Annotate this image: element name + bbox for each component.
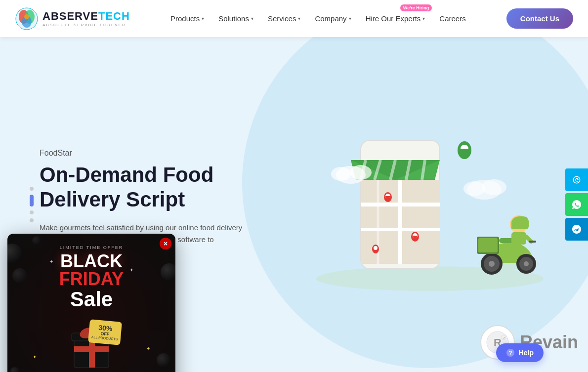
nav-label-solutions: Solutions bbox=[218, 14, 249, 23]
sparkle-icon: ✦ bbox=[146, 346, 150, 351]
popup-gift-area: 30% OFF ALL PRODUCTS bbox=[62, 316, 121, 370]
help-icon: ? bbox=[506, 348, 515, 357]
chevron-down-icon: ▾ bbox=[349, 16, 351, 21]
svg-point-4 bbox=[24, 14, 29, 19]
chevron-down-icon: ▾ bbox=[251, 16, 253, 21]
hero-subtitle: FoodStar bbox=[40, 149, 247, 158]
contact-us-button[interactable]: Contact Us bbox=[506, 8, 573, 29]
logo[interactable]: ABSERVETECH ABSOLUTE SERVICE FOREVER bbox=[15, 7, 130, 31]
telegram-button[interactable] bbox=[565, 218, 588, 241]
svg-text:↗: ↗ bbox=[502, 336, 505, 340]
skype-button[interactable] bbox=[565, 168, 588, 191]
nav-label-company: Company bbox=[315, 14, 346, 23]
svg-point-45 bbox=[350, 165, 372, 180]
food-delivery-illustration bbox=[301, 111, 558, 298]
svg-point-26 bbox=[374, 246, 378, 250]
nav-menu: Products ▾ Solutions ▾ Services ▾ Compan… bbox=[165, 10, 472, 27]
popup-limited-text: LIMITED TIME OFFER bbox=[60, 245, 123, 250]
hero-section: FoodStar On-Demand Food Delivery Script … bbox=[0, 37, 588, 372]
nav-item-products[interactable]: Products ▾ bbox=[165, 10, 210, 27]
whatsapp-button[interactable] bbox=[565, 193, 588, 216]
telegram-icon bbox=[571, 224, 582, 235]
skype-icon bbox=[571, 174, 582, 185]
svg-point-46 bbox=[331, 167, 351, 181]
social-float-buttons bbox=[565, 168, 588, 241]
nav-item-solutions[interactable]: Solutions ▾ bbox=[212, 10, 259, 27]
nav-label-services: Services bbox=[268, 14, 296, 23]
nav-link-careers[interactable]: Careers bbox=[433, 10, 471, 27]
sparkle-icon: ✦ bbox=[33, 354, 37, 360]
decor-ball bbox=[12, 268, 27, 283]
logo-text: ABSERVETECH ABSOLUTE SERVICE FOREVER bbox=[42, 10, 130, 27]
svg-point-36 bbox=[524, 261, 529, 266]
nav-label-careers: Careers bbox=[439, 14, 465, 23]
svg-point-49 bbox=[463, 181, 485, 196]
popup-friday-text: FRIDAY bbox=[59, 270, 124, 288]
nav-item-hire-experts[interactable]: We're Hiring Hire Our Experts ▾ bbox=[360, 10, 431, 27]
sparkle-icon: ✦ bbox=[129, 267, 133, 273]
nav-link-company[interactable]: Company ▾ bbox=[309, 10, 357, 27]
nav-link-services[interactable]: Services ▾ bbox=[262, 10, 307, 27]
decor-ball bbox=[161, 263, 175, 281]
svg-rect-39 bbox=[478, 238, 498, 252]
svg-rect-41 bbox=[511, 232, 526, 245]
nav-link-hire-experts[interactable]: Hire Our Experts ▾ bbox=[360, 10, 431, 27]
decor-ball bbox=[10, 367, 20, 372]
nav-link-solutions[interactable]: Solutions ▾ bbox=[212, 10, 259, 27]
help-button[interactable]: ? Help bbox=[496, 343, 544, 362]
popup-black-text: BLACK bbox=[60, 252, 123, 270]
popup-sale-text: Sale bbox=[70, 289, 113, 310]
hero-illustration bbox=[301, 111, 558, 298]
chevron-down-icon: ▾ bbox=[422, 16, 425, 21]
svg-point-48 bbox=[482, 179, 506, 195]
decor-ball bbox=[157, 353, 170, 367]
decor-ball bbox=[7, 244, 22, 263]
decor-ball bbox=[32, 236, 41, 245]
popup-close-button[interactable]: × bbox=[160, 238, 171, 249]
black-friday-popup: ✦ ✦ ✦ ✦ ✕ ✕ × LIMITED TIME OFFER BLACK F… bbox=[7, 234, 175, 372]
help-button-label: Help bbox=[519, 349, 534, 357]
discount-tag: 30% OFF ALL PRODUCTS bbox=[88, 319, 122, 345]
chevron-down-icon: ▾ bbox=[298, 16, 300, 21]
logo-tagline: ABSOLUTE SERVICE FOREVER bbox=[42, 23, 130, 27]
nav-label-products: Products bbox=[170, 14, 200, 23]
we-hiring-badge: We're Hiring bbox=[400, 4, 432, 11]
popup-background: ✦ ✦ ✦ ✦ ✕ ✕ × LIMITED TIME OFFER BLACK F… bbox=[7, 234, 175, 372]
nav-label-hire-experts: Hire Our Experts bbox=[366, 14, 421, 23]
navbar: ABSERVETECH ABSOLUTE SERVICE FOREVER Pro… bbox=[0, 0, 588, 37]
hero-title: On-Demand Food Delivery Script bbox=[40, 163, 247, 212]
svg-rect-43 bbox=[529, 241, 536, 243]
logo-icon bbox=[15, 7, 39, 31]
nav-item-company[interactable]: Company ▾ bbox=[309, 10, 357, 27]
whatsapp-icon bbox=[571, 199, 582, 210]
sparkle-icon: ✦ bbox=[49, 259, 53, 264]
logo-brand-name: ABSERVETECH bbox=[42, 10, 130, 23]
svg-point-33 bbox=[489, 261, 495, 267]
nav-item-services[interactable]: Services ▾ bbox=[262, 10, 307, 27]
nav-item-careers[interactable]: Careers bbox=[433, 10, 471, 27]
svg-text:?: ? bbox=[508, 350, 512, 357]
nav-link-products[interactable]: Products ▾ bbox=[165, 10, 210, 27]
svg-point-5 bbox=[316, 266, 544, 291]
chevron-down-icon: ▾ bbox=[202, 16, 204, 21]
